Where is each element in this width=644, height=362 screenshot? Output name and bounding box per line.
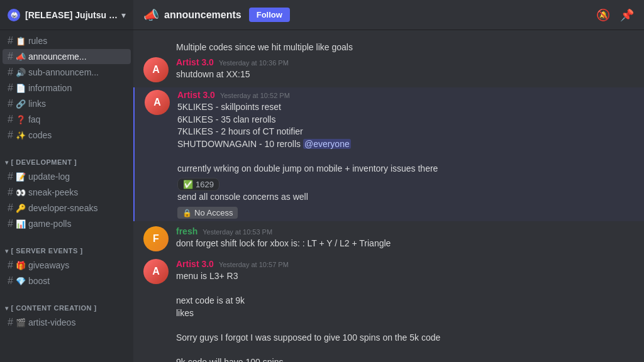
channel-name-information: information (28, 83, 126, 93)
channel-name-giveaways: giveaways (28, 260, 126, 270)
channel-emoji-links: 🔗 (16, 99, 26, 109)
avatar-artist-1: A (143, 57, 169, 82)
message-timestamp3: Yesterday at 10:53 PM (203, 228, 272, 236)
pin-icon[interactable]: 📌 (620, 8, 634, 22)
channel-item-codes[interactable]: # ✨ codes (3, 128, 131, 143)
sidebar: 🥋 [RELEASE] Jujutsu O... ▾ # 📋 rules # 📣… (0, 0, 133, 362)
collapse-icon: ▾ (5, 159, 9, 166)
channel-item-information[interactable]: # 📄 information (3, 80, 131, 96)
message-text-fresh: dont forget shift lock for xbox is: : LT… (176, 238, 634, 250)
message-timestamp: Yesterday at 10:36 PM (219, 59, 289, 67)
hash-icon: # (8, 260, 13, 271)
message-content-likes: Artist 3.0 Yesterday at 10:52 PM 5KLIKES… (177, 90, 634, 219)
channel-emoji-polls: 📊 (16, 219, 26, 229)
mention-everyone: @everyone (303, 139, 351, 149)
channel-emoji-codes: ✨ (16, 131, 26, 140)
channel-item-developer-sneaks[interactable]: # 🔑 developer-sneaks (3, 200, 131, 216)
reaction-count: 1629 (196, 180, 214, 189)
server-name: [RELEASE] Jujutsu O... (25, 10, 121, 20)
hash-icon: # (8, 275, 13, 287)
hash-icon: # (8, 82, 13, 94)
collapse-icon: ▾ (5, 305, 9, 312)
chevron-down-icon: ▾ (121, 10, 126, 20)
message-timestamp4: Yesterday at 10:57 PM (219, 261, 289, 268)
channel-item-game-polls[interactable]: # 📊 game-polls (3, 216, 131, 231)
collapse-icon: ▾ (5, 248, 9, 255)
section-label-server-events[interactable]: ▾ [ SERVER EVENTS ] (0, 237, 133, 257)
channel-name-update-log: update-log (28, 172, 126, 182)
no-access-pill[interactable]: 🔒 No Access (177, 207, 238, 219)
section-label-content[interactable]: ▾ [ CONTENT CREATION ] (0, 294, 133, 314)
channel-header: 📣 announcements Follow 🔕 📌 (133, 0, 644, 30)
message-group-multiple-codes: Multiple codes since we hit multiple lik… (133, 40, 644, 55)
bell-slash-icon[interactable]: 🔕 (596, 8, 610, 22)
channel-name-rules: rules (28, 36, 126, 46)
channel-name-game-polls: game-polls (28, 219, 126, 229)
channel-item-update-log[interactable]: # 📝 update-log (3, 169, 131, 184)
section-label-development[interactable]: ▾ [ DEVELOPMENT ] (0, 148, 133, 168)
reaction-checkmark[interactable]: ✅ 1629 (177, 178, 219, 191)
hash-icon: # (8, 171, 13, 182)
channel-emoji-giveaways: 🎁 (16, 261, 26, 270)
message-text: shutdown at XX:15 (176, 69, 634, 81)
content-creation-section: ▾ [ CONTENT CREATION ] # 🎬 artist-videos (0, 292, 133, 333)
section-label-text: [ CONTENT CREATION ] (11, 304, 97, 312)
message-timestamp2: Yesterday at 10:52 PM (220, 92, 290, 99)
channel-item-sneak-peeks[interactable]: # 👀 sneak-peeks (3, 185, 131, 200)
channel-name-boost: boost (28, 276, 126, 286)
channel-item-links[interactable]: # 🔗 links (3, 96, 131, 111)
channel-item-faq[interactable]: # ❓ faq (3, 112, 131, 127)
reaction-emoji: ✅ (183, 180, 193, 189)
no-access-text: No Access (194, 208, 233, 217)
server-events-section: ▾ [ SERVER EVENTS ] # 🎁 giveaways # 💎 bo… (0, 234, 133, 292)
hash-icon: # (8, 35, 13, 47)
hash-icon: # (8, 51, 13, 62)
hash-icon: # (8, 187, 13, 198)
hash-icon: # (8, 218, 13, 229)
message-header: Artist 3.0 Yesterday at 10:57 PM (176, 259, 634, 269)
section-label-text: [ SERVER EVENTS ] (11, 247, 83, 255)
channel-emoji-announcements: 📣 (16, 52, 26, 62)
channel-item-artist-videos[interactable]: # 🎬 artist-videos (3, 315, 131, 330)
message-group-menu: A Artist 3.0 Yesterday at 10:57 PM menu … (133, 256, 644, 362)
message-text-console: send all console concerns as well (177, 191, 634, 204)
follow-button[interactable]: Follow (249, 8, 290, 22)
channel-name-links: links (28, 99, 126, 109)
avatar-artist-2: A (145, 90, 170, 115)
channel-item-giveaways[interactable]: # 🎁 giveaways (3, 258, 131, 273)
hash-icon: # (8, 202, 13, 214)
avatar-fresh: F (143, 226, 169, 251)
message-header: Artist 3.0 Yesterday at 10:36 PM (176, 57, 634, 67)
hash-icon: # (8, 67, 13, 78)
channel-name-announcements: announceme... (28, 52, 126, 62)
channel-emoji-update: 📝 (16, 172, 26, 182)
channel-emoji-info: 📄 (16, 84, 26, 93)
server-header[interactable]: 🥋 [RELEASE] Jujutsu O... ▾ (0, 0, 133, 30)
section-label-text: [ DEVELOPMENT ] (11, 158, 77, 166)
message-content-menu: Artist 3.0 Yesterday at 10:57 PM menu is… (176, 259, 634, 362)
author-name-artist3: Artist 3.0 (176, 259, 214, 269)
author-name-fresh: fresh (176, 226, 197, 236)
channel-emoji-sneak: 👀 (16, 188, 26, 197)
server-icon: 🥋 (8, 9, 20, 21)
channel-item-announcements[interactable]: # 📣 announceme... (3, 49, 131, 64)
main-content: 📣 announcements Follow 🔕 📌 Multiple code… (133, 0, 644, 362)
channel-name-sneak-peeks: sneak-peeks (28, 187, 126, 197)
message-group-likes: A Artist 3.0 Yesterday at 10:52 PM 5KLIK… (133, 87, 644, 221)
channel-name-developer-sneaks: developer-sneaks (28, 203, 126, 213)
channel-emoji-videos: 🎬 (16, 318, 26, 327)
message-header: fresh Yesterday at 10:53 PM (176, 226, 634, 236)
hash-icon: # (8, 317, 13, 328)
author-name-artist: Artist 3.0 (176, 57, 214, 67)
messages-area[interactable]: Multiple codes since we hit multiple lik… (133, 30, 644, 362)
author-name-artist2: Artist 3.0 (177, 90, 215, 100)
message-group-shutdown: A Artist 3.0 Yesterday at 10:36 PM shutd… (133, 55, 644, 85)
channel-emoji-boost: 💎 (16, 277, 26, 286)
channel-item-rules[interactable]: # 📋 rules (3, 33, 131, 48)
development-section: ▾ [ DEVELOPMENT ] # 📝 update-log # 👀 sne… (0, 146, 133, 234)
channel-emoji-sub: 🔊 (16, 68, 26, 77)
lock-icon: 🔒 (182, 209, 192, 217)
channel-item-boost[interactable]: # 💎 boost (3, 273, 131, 288)
channel-item-sub-announcements[interactable]: # 🔊 sub-announcem... (3, 65, 131, 80)
message-text: Multiple codes since we hit multiple lik… (176, 41, 634, 54)
